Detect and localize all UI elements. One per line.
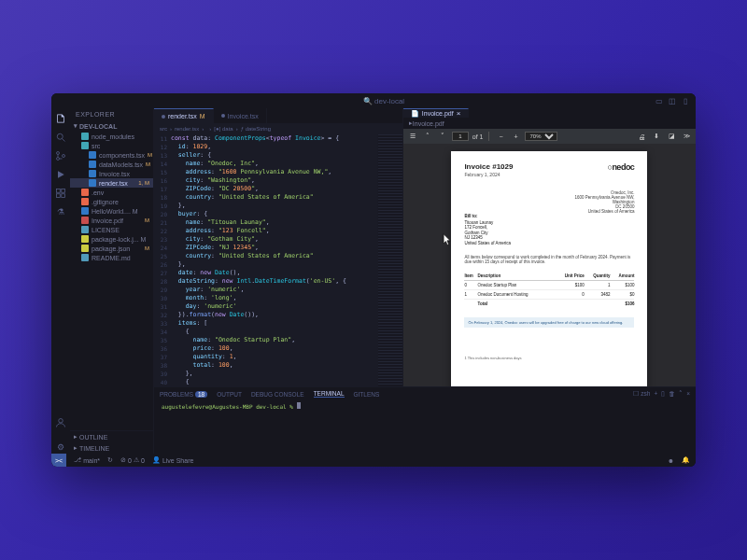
- test-icon[interactable]: ⚗: [54, 205, 67, 218]
- extensions-icon[interactable]: [54, 187, 67, 200]
- preview-tabs: 📄 Invoice.pdf ×: [403, 108, 696, 118]
- tools-icon[interactable]: ≫: [681, 131, 692, 142]
- invoice-date: February 1, 2024: [464, 172, 634, 177]
- svg-point-8: [59, 419, 63, 424]
- svg-rect-7: [62, 194, 65, 198]
- trash-icon[interactable]: 🗑: [669, 390, 675, 398]
- tree-item[interactable]: Invoice.tsx: [70, 169, 153, 178]
- add-icon[interactable]: +: [654, 390, 657, 398]
- code-editor[interactable]: 11 12 13 14 15 16 17 18 19 20 21 22 23 2…: [154, 134, 402, 386]
- company-logo: nedoc: [607, 162, 634, 172]
- close-icon[interactable]: ×: [686, 390, 690, 398]
- tree-item[interactable]: Invoice.pdfM: [70, 216, 153, 225]
- tree-item[interactable]: .gitignore: [70, 197, 153, 206]
- zoom-in-icon[interactable]: +: [510, 131, 521, 142]
- svg-rect-6: [57, 194, 61, 198]
- pdf-viewport[interactable]: nedoc Invoice #1029 February 1, 2024 One…: [403, 144, 696, 420]
- tree-item[interactable]: node_modules: [70, 132, 153, 141]
- tree-item[interactable]: README.md: [70, 253, 153, 262]
- tree-item[interactable]: src: [70, 141, 153, 150]
- tree-item[interactable]: HelloWorld.... M: [70, 206, 153, 216]
- search-icon[interactable]: [54, 131, 67, 144]
- editor-tab[interactable]: render.tsx M: [154, 108, 214, 123]
- tree-item[interactable]: package.jsonM: [70, 244, 153, 253]
- sidebar-title: EXPLORER: [70, 108, 153, 120]
- table-row: 0Onedoc Startup Plan$1001$100: [464, 281, 634, 290]
- editor-tab[interactable]: Invoice.tsx: [214, 108, 267, 123]
- download-icon[interactable]: ⬇: [651, 131, 662, 142]
- bookmark-icon[interactable]: ◪: [666, 131, 677, 142]
- page-up-icon[interactable]: ˄: [422, 131, 433, 142]
- status-bar: >< ⎇ main* ↻ ⊘ 0 ⚠ 0 👤 Live Share ☻ 🔔: [51, 454, 696, 467]
- sync-indicator[interactable]: ↻: [107, 456, 113, 464]
- panel-tabs: PROBLEMS 18OUTPUTDEBUG CONSOLETERMINALGI…: [154, 387, 696, 400]
- workspace-header[interactable]: ▾ DEV-LOCAL: [70, 120, 153, 132]
- panel-tab[interactable]: OUTPUT: [217, 391, 242, 398]
- invoice-note: All items below correspond to work compl…: [464, 255, 634, 264]
- panel-icon[interactable]: ◫: [668, 96, 677, 105]
- source-control-icon[interactable]: [54, 149, 67, 162]
- tree-item[interactable]: LICENSE: [70, 225, 153, 234]
- remote-indicator[interactable]: ><: [51, 454, 66, 467]
- page-count: of 1: [472, 133, 484, 140]
- split-icon[interactable]: ▯: [661, 390, 665, 398]
- svg-rect-4: [57, 189, 61, 193]
- pane-header: ▸ Invoice.pdf: [403, 118, 696, 129]
- account-icon[interactable]: [54, 416, 67, 429]
- svg-point-2: [57, 158, 60, 161]
- close-icon[interactable]: ×: [457, 109, 461, 118]
- page-down-icon[interactable]: ˅: [437, 131, 448, 142]
- titlebar-search[interactable]: 🔍 dev-local: [363, 97, 404, 105]
- tab-invoice-pdf[interactable]: 📄 Invoice.pdf ×: [403, 108, 470, 118]
- activity-bar: ⚗ ⚙: [51, 108, 70, 454]
- minimap[interactable]: [378, 134, 402, 386]
- pdf-pane: ▸ Invoice.pdf ☰ ˄ ˅ of 1 − + 70%: [403, 118, 696, 420]
- svg-point-3: [63, 155, 65, 158]
- tree-item[interactable]: render.tsx1, M: [70, 178, 153, 188]
- bell-icon[interactable]: 🔔: [682, 456, 690, 464]
- maximize-icon[interactable]: ˄: [679, 390, 683, 398]
- tree-item[interactable]: dataModels.tsxM: [70, 160, 153, 169]
- tree-item[interactable]: package-lock.j... M: [70, 234, 153, 244]
- gear-icon[interactable]: ⚙: [54, 441, 67, 454]
- problems-indicator[interactable]: ⊘ 0 ⚠ 0: [120, 456, 145, 464]
- editor-tabs: render.tsx MInvoice.tsx: [154, 108, 402, 123]
- branch-indicator[interactable]: ⎇ main*: [74, 456, 100, 464]
- promo-banner: On February 1, 2024, Onedoc users will b…: [464, 317, 634, 328]
- tree-item[interactable]: .env: [70, 188, 153, 197]
- bill-to: Bill to: Titouan Launay172 Foncell,Gotha…: [464, 214, 634, 245]
- seller-address: Onedoc, Inc.1600 Pennsylvania Avenue NW,…: [574, 190, 634, 214]
- debug-icon[interactable]: [54, 168, 67, 181]
- tree-item[interactable]: components.tsxM: [70, 150, 153, 160]
- page-input[interactable]: [452, 132, 469, 141]
- outline-section[interactable]: ▸ OUTLINE: [70, 431, 153, 442]
- print-icon[interactable]: 🖨: [636, 131, 647, 142]
- layout-icon[interactable]: ▭: [655, 96, 664, 105]
- timeline-section[interactable]: ▸ TIMELINE: [70, 442, 153, 454]
- line-items-table: ItemDescriptionUnit PriceQuantityAmount …: [464, 272, 634, 308]
- pdf-toolbar: ☰ ˄ ˅ of 1 − + 70% 🖨 ⬇ ◪: [403, 129, 696, 144]
- editor-group-left: render.tsx MInvoice.tsx src › render.tsx…: [154, 108, 403, 386]
- zoom-select[interactable]: 70%: [525, 132, 557, 141]
- breadcrumb[interactable]: src › render.tsx › › [●] data › ƒ dateSt…: [154, 123, 402, 134]
- liveshare[interactable]: 👤 Live Share: [152, 456, 193, 464]
- main-area: ⚗ ⚙ EXPLORER ▾ DEV-LOCAL node_modulessrc…: [51, 108, 696, 454]
- sidebar: EXPLORER ▾ DEV-LOCAL node_modulessrccomp…: [70, 108, 154, 454]
- feedback-icon[interactable]: ☻: [668, 457, 674, 464]
- terminal[interactable]: augustelefevre@Augustes-MBP dev-local %: [154, 400, 696, 454]
- files-icon[interactable]: [54, 112, 67, 125]
- panel-tab[interactable]: GITLENS: [354, 391, 380, 398]
- svg-point-0: [57, 133, 63, 139]
- panel-tab[interactable]: PROBLEMS 18: [160, 391, 207, 398]
- titlebar: 🔍 dev-local ▭ ◫ ▯: [51, 93, 696, 108]
- zoom-out-icon[interactable]: −: [495, 131, 506, 142]
- footnote: 1 This includes non-business days: [464, 356, 634, 360]
- sidebar-toggle-icon[interactable]: ☰: [407, 131, 418, 142]
- panel-tab[interactable]: TERMINAL: [314, 390, 345, 398]
- file-tree: node_modulessrccomponents.tsxMdataModels…: [70, 132, 153, 430]
- bottom-panel: PROBLEMS 18OUTPUTDEBUG CONSOLETERMINALGI…: [154, 386, 696, 454]
- panel-tab[interactable]: DEBUG CONSOLE: [251, 391, 304, 398]
- svg-rect-5: [62, 189, 65, 193]
- ide-window: 🔍 dev-local ▭ ◫ ▯ ⚗ ⚙ EXPLORER ▾ DEV-LOC…: [51, 93, 696, 467]
- sidebar-icon[interactable]: ▯: [681, 96, 690, 105]
